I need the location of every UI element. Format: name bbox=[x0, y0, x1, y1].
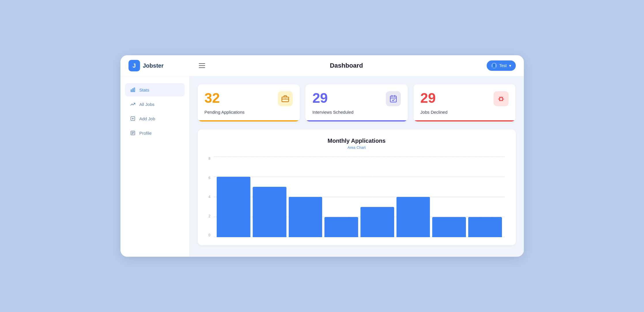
bar-4 bbox=[360, 207, 394, 237]
sidebar-item-add-job[interactable]: Add Job bbox=[125, 112, 185, 125]
body-layout: Stats All Jobs Add Job bbox=[120, 76, 524, 257]
logo-icon: J bbox=[129, 60, 140, 71]
bar-col-3 bbox=[324, 157, 358, 237]
add-job-icon bbox=[130, 115, 136, 122]
chart-container: 0 2 4 6 8 bbox=[206, 157, 508, 237]
bar-6 bbox=[432, 217, 466, 237]
bar-7 bbox=[468, 217, 502, 237]
sidebar: Stats All Jobs Add Job bbox=[120, 76, 190, 257]
bar-5 bbox=[396, 197, 430, 237]
sidebar-label-add-job: Add Job bbox=[139, 116, 155, 121]
sidebar-label-all-jobs: All Jobs bbox=[139, 102, 155, 107]
user-avatar-icon: 👤 bbox=[491, 63, 497, 69]
page-title: Dashboard bbox=[206, 62, 487, 69]
chevron-down-icon: ▾ bbox=[509, 63, 511, 68]
logo-text: Jobster bbox=[143, 62, 164, 69]
scheduled-label: Interviews Scheduled bbox=[312, 110, 401, 115]
bar-col-4 bbox=[360, 157, 394, 237]
svg-rect-2 bbox=[134, 88, 135, 92]
y-label-6: 6 bbox=[209, 176, 211, 180]
bar-col-5 bbox=[396, 157, 430, 237]
stat-card-pending: 32 Pending Applications bbox=[198, 84, 300, 121]
bars-row bbox=[214, 157, 505, 237]
chart-bars-area bbox=[214, 157, 505, 237]
stat-card-scheduled: 29 Interviews Scheduled bbox=[305, 84, 408, 121]
y-label-2: 2 bbox=[209, 214, 211, 218]
svg-rect-1 bbox=[132, 89, 133, 92]
bar-col-0 bbox=[217, 157, 250, 237]
declined-number: 29 bbox=[420, 91, 436, 105]
y-label-8: 8 bbox=[209, 157, 211, 161]
briefcase-icon-box bbox=[278, 91, 293, 106]
user-menu-button[interactable]: 👤 Test ▾ bbox=[487, 60, 516, 71]
stat-top-pending: 32 bbox=[205, 91, 293, 106]
sidebar-item-stats[interactable]: Stats bbox=[125, 83, 185, 96]
sidebar-item-all-jobs[interactable]: All Jobs bbox=[125, 98, 185, 111]
sidebar-label-profile: Profile bbox=[139, 131, 152, 136]
sidebar-item-profile[interactable]: Profile bbox=[125, 126, 185, 140]
chart-title: Monthly Applications bbox=[206, 138, 508, 144]
bar-1 bbox=[253, 187, 286, 237]
stat-card-declined: 29 Jobs Declined bbox=[413, 84, 516, 121]
stat-top-declined: 29 bbox=[420, 91, 509, 106]
svg-rect-12 bbox=[390, 96, 396, 102]
bar-3 bbox=[324, 217, 358, 237]
hamburger-button[interactable] bbox=[198, 62, 206, 69]
bar-chart-icon bbox=[130, 87, 136, 93]
svg-rect-0 bbox=[131, 90, 132, 92]
bug-icon-box bbox=[494, 91, 509, 106]
chart-card: Monthly Applications Area Chart 0 2 4 6 … bbox=[198, 130, 516, 245]
stat-top-scheduled: 29 bbox=[312, 91, 401, 106]
user-label: Test bbox=[499, 63, 507, 68]
calendar-icon-box bbox=[386, 91, 401, 106]
bar-0 bbox=[217, 177, 250, 237]
y-label-0: 0 bbox=[209, 233, 211, 237]
pending-number: 32 bbox=[205, 91, 220, 105]
bar-col-6 bbox=[432, 157, 466, 237]
main-content: 32 Pending Applications bbox=[190, 76, 524, 257]
y-label-4: 4 bbox=[209, 195, 211, 199]
chart-subtitle: Area Chart bbox=[206, 145, 508, 150]
declined-label: Jobs Declined bbox=[420, 110, 509, 115]
app-container: J Jobster Dashboard 👤 Test ▾ Stats bbox=[120, 55, 524, 257]
bar-2 bbox=[289, 197, 322, 237]
logo-area: J Jobster bbox=[129, 60, 192, 71]
trending-icon bbox=[130, 101, 136, 107]
stats-row: 32 Pending Applications bbox=[198, 84, 516, 121]
scheduled-number: 29 bbox=[312, 91, 328, 105]
profile-icon bbox=[130, 130, 136, 136]
bar-col-2 bbox=[289, 157, 322, 237]
header: J Jobster Dashboard 👤 Test ▾ bbox=[120, 55, 524, 76]
bar-col-7 bbox=[468, 157, 502, 237]
bar-col-1 bbox=[253, 157, 286, 237]
sidebar-label-stats: Stats bbox=[139, 87, 149, 92]
pending-label: Pending Applications bbox=[205, 110, 293, 115]
chart-y-axis: 0 2 4 6 8 bbox=[209, 157, 214, 237]
